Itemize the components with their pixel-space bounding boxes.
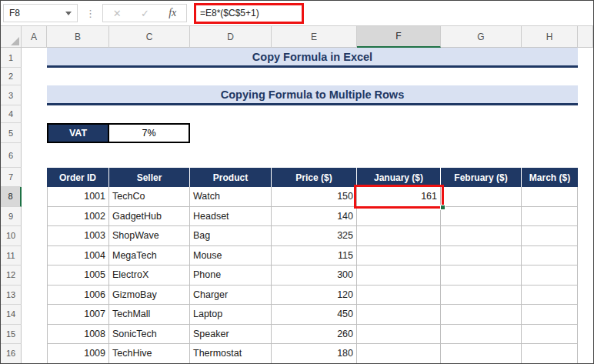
row-header-4[interactable]: 4 bbox=[1, 105, 22, 123]
cell-seller[interactable]: TechMall bbox=[109, 305, 190, 325]
cell-march[interactable] bbox=[522, 226, 578, 246]
cell-a12[interactable] bbox=[22, 265, 47, 286]
cell-order-id[interactable]: 1001 bbox=[47, 187, 109, 207]
cell-product[interactable]: Speaker bbox=[190, 325, 272, 345]
cell-price[interactable]: 115 bbox=[272, 246, 357, 266]
insert-function-icon[interactable]: fx bbox=[169, 7, 176, 19]
cell-price[interactable]: 325 bbox=[272, 226, 357, 246]
cell-overflow[interactable] bbox=[578, 226, 593, 246]
vat-value-cell[interactable]: 7% bbox=[109, 123, 190, 143]
column-header-a[interactable]: A bbox=[22, 26, 47, 48]
row-header-12[interactable]: 12 bbox=[1, 265, 22, 286]
table-header-january[interactable]: January ($) bbox=[357, 168, 441, 187]
cell-seller[interactable]: ElectroX bbox=[109, 265, 190, 286]
table-header-product[interactable]: Product bbox=[190, 168, 272, 187]
column-header-f-selected[interactable]: F bbox=[357, 26, 441, 48]
cell-seller[interactable]: ShopWave bbox=[109, 226, 190, 246]
main-title-cell[interactable]: Copy Formula in Excel bbox=[47, 48, 578, 68]
cell-a14[interactable] bbox=[22, 305, 47, 325]
empty-row-4[interactable] bbox=[22, 105, 593, 123]
column-header-d[interactable]: D bbox=[190, 26, 272, 48]
cell-january[interactable] bbox=[357, 265, 441, 286]
row-header-5[interactable]: 5 bbox=[1, 123, 22, 143]
row-header-1[interactable]: 1 bbox=[1, 48, 22, 68]
cell-a11[interactable] bbox=[22, 246, 47, 266]
cell-after-h3[interactable] bbox=[578, 85, 593, 105]
cell-february[interactable] bbox=[441, 207, 522, 227]
column-header-b[interactable]: B bbox=[47, 26, 109, 48]
cell-price[interactable]: 260 bbox=[272, 325, 357, 345]
row-header-3[interactable]: 3 bbox=[1, 85, 22, 105]
column-header-g[interactable]: G bbox=[441, 26, 522, 48]
cell-overflow[interactable] bbox=[578, 344, 593, 364]
cell-march[interactable] bbox=[522, 305, 578, 325]
table-header-march[interactable]: March ($) bbox=[522, 168, 578, 187]
cell-a13[interactable] bbox=[22, 286, 47, 306]
cell-order-id[interactable]: 1009 bbox=[47, 344, 109, 364]
cell-january-selected[interactable]: 161 bbox=[357, 187, 441, 207]
cell-a1[interactable] bbox=[22, 48, 47, 68]
fill-handle[interactable] bbox=[440, 205, 446, 210]
cell-product[interactable]: Charger bbox=[190, 286, 272, 306]
column-header-c[interactable]: C bbox=[109, 26, 190, 48]
cell-product[interactable]: Thermostat bbox=[190, 344, 272, 364]
row-header-15[interactable]: 15 bbox=[1, 325, 22, 345]
cell-order-id[interactable]: 1007 bbox=[47, 305, 109, 325]
row-header-14[interactable]: 14 bbox=[1, 305, 22, 325]
cell-after-h1[interactable] bbox=[578, 48, 593, 68]
cell-after-h7[interactable] bbox=[578, 168, 593, 187]
cell-price[interactable]: 450 bbox=[272, 305, 357, 325]
cell-order-id[interactable]: 1005 bbox=[47, 265, 109, 286]
cell-a3[interactable] bbox=[22, 85, 47, 105]
cell-january[interactable] bbox=[357, 207, 441, 227]
cancel-icon[interactable]: ✕ bbox=[113, 8, 122, 19]
cell-order-id[interactable]: 1008 bbox=[47, 325, 109, 345]
cell-february[interactable] bbox=[441, 305, 522, 325]
cell-march[interactable] bbox=[522, 207, 578, 227]
cell-march[interactable] bbox=[522, 286, 578, 306]
cell-overflow[interactable] bbox=[578, 246, 593, 266]
row-header-2[interactable]: 2 bbox=[1, 68, 22, 85]
cell-product[interactable]: Laptop bbox=[190, 305, 272, 325]
row-header-10[interactable]: 10 bbox=[1, 226, 22, 246]
enter-icon[interactable]: ✓ bbox=[141, 8, 149, 19]
cell-order-id[interactable]: 1003 bbox=[47, 226, 109, 246]
cell-january[interactable] bbox=[357, 246, 441, 266]
cell-january[interactable] bbox=[357, 286, 441, 306]
cell-february[interactable] bbox=[441, 265, 522, 286]
empty-row-2[interactable] bbox=[22, 68, 593, 85]
section-title-cell[interactable]: Copying Formula to Multiple Rows bbox=[47, 85, 578, 105]
cell-february[interactable] bbox=[441, 226, 522, 246]
row-header-8-selected[interactable]: 8 bbox=[1, 187, 22, 207]
cell-overflow[interactable] bbox=[578, 265, 593, 286]
cells-after-c5[interactable] bbox=[190, 123, 593, 143]
cell-a9[interactable] bbox=[22, 207, 47, 227]
cell-price[interactable]: 300 bbox=[272, 265, 357, 286]
row-header-11[interactable]: 11 bbox=[1, 246, 22, 266]
chevron-down-icon[interactable] bbox=[65, 12, 72, 15]
row-header-6[interactable]: 6 bbox=[1, 143, 22, 168]
cell-overflow[interactable] bbox=[578, 207, 593, 227]
cell-a15[interactable] bbox=[22, 325, 47, 345]
cell-price[interactable]: 150 bbox=[272, 187, 357, 207]
formula-input[interactable]: =E8*($C$5+1) bbox=[187, 1, 593, 25]
cell-january[interactable] bbox=[357, 305, 441, 325]
cell-march[interactable] bbox=[522, 246, 578, 266]
cell-product[interactable]: Watch bbox=[190, 187, 272, 207]
cell-january[interactable] bbox=[357, 226, 441, 246]
cell-product[interactable]: Bag bbox=[190, 226, 272, 246]
column-header-h[interactable]: H bbox=[522, 26, 578, 48]
cell-a7[interactable] bbox=[22, 168, 47, 187]
formula-bar-resize-handle-icon[interactable]: ⋮ bbox=[85, 8, 95, 19]
cell-product[interactable]: Phone bbox=[190, 265, 272, 286]
cell-february[interactable] bbox=[441, 325, 522, 345]
cell-seller[interactable]: TechCo bbox=[109, 187, 190, 207]
table-header-order-id[interactable]: Order ID bbox=[47, 168, 109, 187]
cell-january[interactable] bbox=[357, 344, 441, 364]
cell-overflow[interactable] bbox=[578, 305, 593, 325]
cell-a8[interactable] bbox=[22, 187, 47, 207]
cell-seller[interactable]: TechHive bbox=[109, 344, 190, 364]
cell-seller[interactable]: GadgetHub bbox=[109, 207, 190, 227]
cell-february[interactable] bbox=[441, 187, 522, 207]
select-all-button[interactable] bbox=[1, 26, 22, 48]
